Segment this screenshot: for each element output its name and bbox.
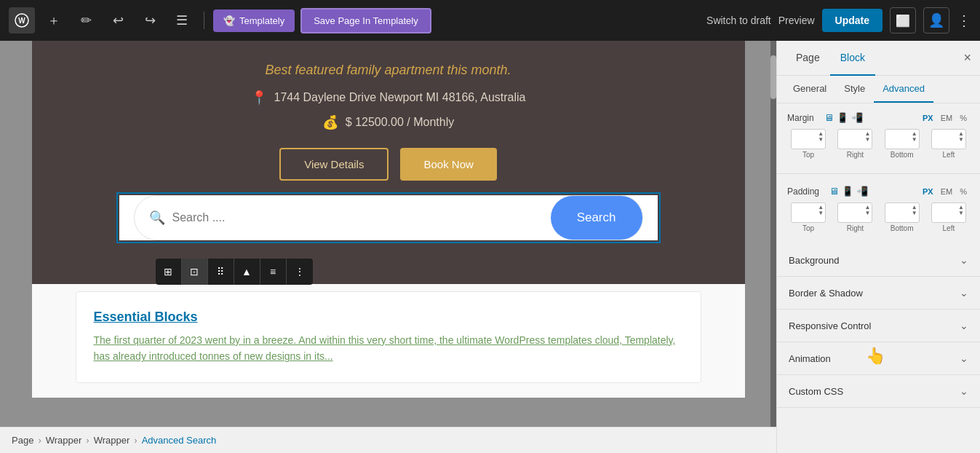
margin-bottom-down[interactable]: ▼: [912, 137, 917, 143]
margin-bottom-arrows[interactable]: ▲ ▼: [912, 131, 917, 143]
padding-bottom-input[interactable]: ▲ ▼: [885, 202, 920, 223]
toolbar: W ＋ ✏ ↩ ↪ ☰ 👻 Templately Save Page In Te…: [0, 0, 980, 41]
margin-left-down[interactable]: ▼: [958, 137, 964, 143]
desktop-icon-padding[interactable]: 🖥: [829, 186, 839, 197]
block-up-icon[interactable]: ▲: [234, 259, 260, 285]
breadcrumb-sep-1: ›: [38, 435, 41, 446]
panel-close-button[interactable]: ×: [963, 50, 971, 66]
redo-button[interactable]: ↪: [137, 7, 163, 34]
padding-right-input[interactable]: ▲ ▼: [837, 202, 872, 223]
padding-bottom-label: Bottom: [891, 224, 914, 232]
search-input[interactable]: [172, 211, 551, 224]
location-icon: 📍: [251, 90, 267, 106]
padding-left-input[interactable]: ▲ ▼: [931, 202, 966, 223]
tablet-icon[interactable]: 📱: [837, 112, 848, 123]
breadcrumb-advanced-search[interactable]: Advanced Search: [142, 435, 217, 446]
margin-left-input[interactable]: ▲ ▼: [931, 129, 966, 149]
padding-left-arrows[interactable]: ▲ ▼: [958, 205, 964, 216]
add-block-button[interactable]: ＋: [41, 7, 67, 34]
right-panel: Page Block × General Style Advanced Marg…: [776, 41, 980, 453]
padding-top-input[interactable]: ▲ ▼: [791, 202, 826, 223]
preview-button[interactable]: Preview: [778, 15, 815, 26]
panel-tabs: Page Block ×: [777, 41, 980, 76]
book-now-button[interactable]: Book Now: [400, 148, 496, 181]
scrollbar-thumb[interactable]: [770, 55, 776, 99]
padding-top-arrows[interactable]: ▲ ▼: [818, 205, 824, 216]
mobile-icon-padding[interactable]: 📲: [856, 186, 868, 197]
more-options-button[interactable]: ⋮: [957, 12, 971, 29]
unit-px-margin[interactable]: PX: [920, 113, 936, 123]
responsive-control-title: Responsive Control: [789, 320, 871, 331]
margin-top-label: Top: [802, 151, 814, 159]
main-area: Best featured family apartment this mont…: [0, 41, 980, 453]
tablet-icon-padding[interactable]: 📱: [842, 186, 853, 197]
animation-header[interactable]: Animation ⌄: [777, 342, 980, 374]
view-details-button[interactable]: View Details: [279, 148, 389, 181]
templately-button[interactable]: 👻 Templately: [213, 9, 295, 32]
responsive-control-header[interactable]: Responsive Control ⌄: [777, 310, 980, 342]
wp-logo[interactable]: W: [9, 7, 35, 34]
blog-excerpt: The first quarter of 2023 went by in a b…: [94, 332, 683, 365]
padding-right-down[interactable]: ▼: [864, 210, 870, 216]
price-row: 💰 $ 12500.00 / Monthly: [76, 114, 701, 130]
profile-button[interactable]: 👤: [923, 7, 949, 34]
tab-page[interactable]: Page: [786, 41, 830, 76]
margin-top-down[interactable]: ▼: [818, 137, 824, 143]
block-dots-icon[interactable]: ⠿: [208, 259, 234, 285]
custom-css-header[interactable]: Custom CSS ⌄: [777, 375, 980, 407]
unit-percent-padding[interactable]: %: [957, 186, 970, 197]
search-button[interactable]: Search: [551, 196, 642, 240]
margin-top-arrows[interactable]: ▲ ▼: [818, 131, 824, 143]
padding-grid: ▲ ▼ Top ▲ ▼ Right: [787, 202, 970, 232]
block-move-icon[interactable]: ⊡: [182, 259, 208, 285]
edit-tool-button[interactable]: ✏: [73, 7, 99, 34]
subtab-style[interactable]: Style: [835, 76, 874, 103]
breadcrumb-wrapper-2[interactable]: Wrapper: [94, 435, 130, 446]
save-templately-button[interactable]: Save Page In Templately: [300, 8, 431, 34]
padding-left-label: Left: [943, 224, 955, 232]
block-more-icon[interactable]: ⋮: [287, 259, 313, 285]
animation-title: Animation: [789, 353, 831, 364]
unit-em-margin[interactable]: EM: [938, 113, 956, 123]
margin-right-arrows[interactable]: ▲ ▼: [864, 131, 870, 143]
unit-px-padding[interactable]: PX: [920, 186, 936, 197]
mobile-icon[interactable]: 📲: [851, 112, 863, 123]
padding-left-down[interactable]: ▼: [958, 210, 964, 216]
padding-bottom-down[interactable]: ▼: [912, 210, 917, 216]
margin-right-down[interactable]: ▼: [864, 137, 870, 143]
margin-bottom-input[interactable]: ▲ ▼: [885, 129, 920, 149]
margin-left-arrows[interactable]: ▲ ▼: [958, 131, 964, 143]
subtab-advanced[interactable]: Advanced: [874, 76, 933, 103]
desktop-icon[interactable]: 🖥: [824, 112, 834, 123]
separator: [204, 12, 204, 29]
breadcrumb-wrapper-1[interactable]: Wrapper: [46, 435, 82, 446]
padding-bottom-arrows[interactable]: ▲ ▼: [912, 205, 917, 216]
blog-title[interactable]: Essential Blocks: [94, 310, 683, 325]
section-subtitle: Best featured family apartment this mont…: [76, 63, 701, 78]
block-type-icon[interactable]: ⊞: [156, 259, 182, 285]
canvas-scrollbar[interactable]: [770, 41, 776, 427]
unit-em-padding[interactable]: EM: [938, 186, 956, 197]
subtab-general[interactable]: General: [784, 76, 835, 103]
unit-tabs-margin: PX EM %: [920, 113, 970, 123]
dark-section: Best featured family apartment this mont…: [32, 41, 745, 284]
margin-top-input[interactable]: ▲ ▼: [791, 129, 826, 149]
undo-button[interactable]: ↩: [105, 7, 131, 34]
breadcrumb-sep-3: ›: [134, 435, 137, 446]
margin-right-input[interactable]: ▲ ▼: [837, 129, 872, 149]
border-shadow-header[interactable]: Border & Shadow ⌄: [777, 277, 980, 309]
search-icon: 🔍: [149, 210, 165, 226]
breadcrumb-page[interactable]: Page: [12, 435, 33, 446]
padding-right-arrows[interactable]: ▲ ▼: [864, 205, 870, 216]
update-button[interactable]: Update: [822, 9, 883, 32]
unit-percent-margin[interactable]: %: [957, 113, 970, 123]
layout-mode-button[interactable]: ⬜: [890, 7, 916, 34]
padding-top-down[interactable]: ▼: [818, 210, 824, 216]
margin-bottom-label: Bottom: [891, 151, 914, 159]
tab-block[interactable]: Block: [830, 41, 875, 76]
block-align-icon[interactable]: ≡: [260, 259, 287, 285]
divider-1: [777, 173, 980, 174]
list-view-button[interactable]: ☰: [169, 7, 195, 34]
background-header[interactable]: Background ⌄: [777, 244, 980, 276]
switch-draft-button[interactable]: Switch to draft: [706, 15, 771, 26]
